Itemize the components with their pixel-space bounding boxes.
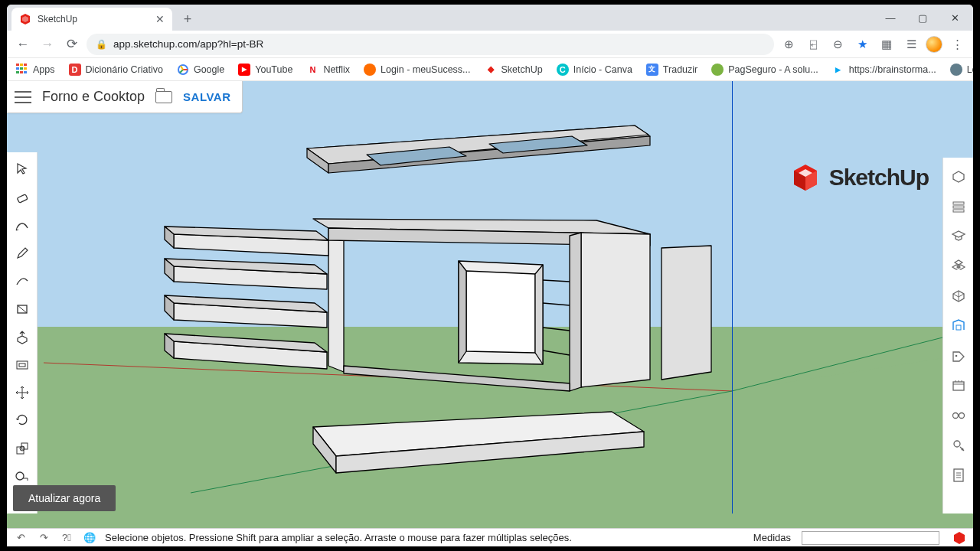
browser-menu-icon[interactable]: ⋮ (947, 34, 967, 54)
svg-marker-20 (459, 261, 466, 363)
svg-rect-41 (17, 194, 28, 202)
components-icon[interactable] (949, 256, 969, 276)
svg-line-23 (543, 303, 570, 305)
netflix-icon: N (306, 64, 318, 76)
bookmark-item[interactable]: ◆SketchUp (485, 64, 543, 76)
eraser-tool[interactable] (12, 187, 32, 206)
model-viewport-area: Forno e Cooktop SALVAR SketchUp Atualiza… (7, 81, 973, 528)
svg-line-22 (543, 280, 570, 282)
help-icon[interactable]: ?⃝ (59, 530, 74, 546)
tab-close-icon[interactable]: ✕ (155, 13, 165, 25)
select-tool[interactable] (12, 160, 32, 178)
right-panel-bar (942, 158, 973, 514)
reading-list-icon[interactable]: ☰ (901, 34, 921, 54)
undo-icon[interactable]: ↶ (13, 530, 28, 546)
lock-icon: 🔒 (96, 39, 107, 50)
bookmark-star-icon[interactable]: ★ (852, 34, 872, 54)
svg-rect-54 (956, 325, 961, 330)
menu-button[interactable] (15, 91, 31, 103)
bookmark-item[interactable]: DDicionário Criativo (69, 64, 163, 76)
save-button[interactable]: SALVAR (183, 90, 230, 103)
nav-back-button[interactable]: ← (13, 34, 33, 54)
sketchup-favicon (19, 13, 31, 25)
pushpull-tool[interactable] (12, 328, 32, 346)
learn-icon[interactable] (949, 227, 969, 246)
folder-icon[interactable] (155, 91, 172, 103)
left-toolbar (7, 152, 38, 514)
instructor-icon[interactable] (949, 197, 969, 217)
bookmark-item[interactable]: 文Traduzir (646, 64, 697, 76)
sketchup-logo-text: SketchUp (829, 165, 929, 191)
bookmark-item[interactable]: Login (950, 64, 973, 76)
window-close[interactable]: ✕ (939, 12, 970, 24)
redo-icon[interactable]: ↷ (36, 530, 51, 546)
svg-rect-53 (953, 210, 964, 212)
svg-rect-52 (953, 206, 964, 208)
bookmark-item[interactable]: NNetflix (306, 64, 350, 76)
svg-rect-51 (953, 202, 964, 204)
install-app-icon[interactable]: ⍇ (803, 34, 823, 54)
youtube-icon: ▶ (238, 64, 250, 76)
language-icon[interactable]: 🌐 (82, 530, 97, 546)
url-text: app.sketchup.com/app?hl=pt-BR (113, 38, 263, 50)
bookmark-item[interactable]: PagSeguro - A solu... (711, 64, 818, 76)
move-tool[interactable] (12, 383, 32, 402)
address-bar: ← → ⟳ 🔒 app.sketchup.com/app?hl=pt-BR ⊕ … (7, 31, 973, 58)
arc-tool[interactable] (12, 272, 32, 290)
bookmark-item[interactable]: ▶https://brainstorma... (832, 64, 936, 76)
google-icon (177, 64, 189, 76)
svg-point-58 (959, 413, 964, 419)
window-maximize[interactable]: ▢ (907, 12, 938, 24)
nav-reload-button[interactable]: ⟳ (62, 34, 82, 54)
styles-icon[interactable] (949, 316, 969, 336)
bookmark-item[interactable]: CInício - Canva (557, 64, 632, 76)
tab-title: SketchUp (38, 14, 77, 24)
zoom-icon[interactable]: ⊖ (828, 34, 848, 54)
sketchup-logo-icon (789, 161, 822, 194)
window-controls: — ▢ ✕ (875, 5, 970, 31)
nav-forward-button[interactable]: → (38, 34, 57, 54)
extension-icon[interactable]: ▦ (877, 34, 897, 54)
update-now-banner[interactable]: Atualizar agora (13, 485, 116, 511)
translate-icon: 文 (646, 64, 658, 76)
bookmark-item[interactable]: Login - meuSucess... (364, 64, 470, 76)
rotate-tool[interactable] (12, 411, 32, 429)
offset-tool[interactable] (12, 355, 32, 373)
model-viewport[interactable] (7, 81, 973, 527)
bookmark-icon: ▶ (832, 64, 844, 76)
scenes-icon[interactable] (949, 376, 969, 396)
svg-marker-11 (328, 228, 344, 372)
lines-tool[interactable] (12, 216, 32, 234)
reports-icon[interactable] (949, 465, 969, 485)
tape-tool[interactable] (12, 467, 32, 485)
url-input[interactable]: 🔒 app.sketchup.com/app?hl=pt-BR (87, 34, 774, 55)
svg-line-25 (543, 350, 570, 355)
profile-avatar[interactable] (926, 36, 942, 53)
zoom-add-icon[interactable]: ⊕ (779, 34, 799, 54)
pencil-tool[interactable] (12, 243, 32, 262)
display-icon[interactable] (949, 406, 969, 425)
bookmark-icon (711, 64, 724, 76)
materials-icon[interactable] (949, 286, 969, 306)
window-minimize[interactable]: — (875, 12, 906, 24)
entity-info-icon[interactable] (949, 167, 969, 187)
measurements-input[interactable] (802, 531, 939, 545)
bookmark-item[interactable]: Google (177, 64, 224, 76)
svg-marker-16 (662, 246, 711, 380)
svg-marker-21 (535, 265, 543, 364)
tags-icon[interactable] (949, 346, 969, 366)
new-tab-button[interactable]: + (177, 8, 198, 30)
blue-axis-guide (732, 81, 733, 514)
shapes-tool[interactable] (12, 299, 32, 318)
sketchup-icon: ◆ (485, 64, 497, 76)
shadows-icon[interactable] (949, 435, 969, 455)
browser-tab[interactable]: SketchUp ✕ (11, 8, 172, 31)
apps-grid-icon (16, 64, 28, 76)
apps-shortcut[interactable]: Apps (16, 64, 55, 76)
bookmark-item[interactable]: ▶YouTube (238, 64, 292, 76)
status-hint: Selecione objetos. Pressione Shift para … (105, 532, 746, 543)
svg-point-55 (955, 355, 957, 357)
tab-strip: SketchUp ✕ + — ▢ ✕ (7, 5, 973, 31)
svg-line-24 (543, 328, 570, 331)
scale-tool[interactable] (12, 439, 32, 458)
